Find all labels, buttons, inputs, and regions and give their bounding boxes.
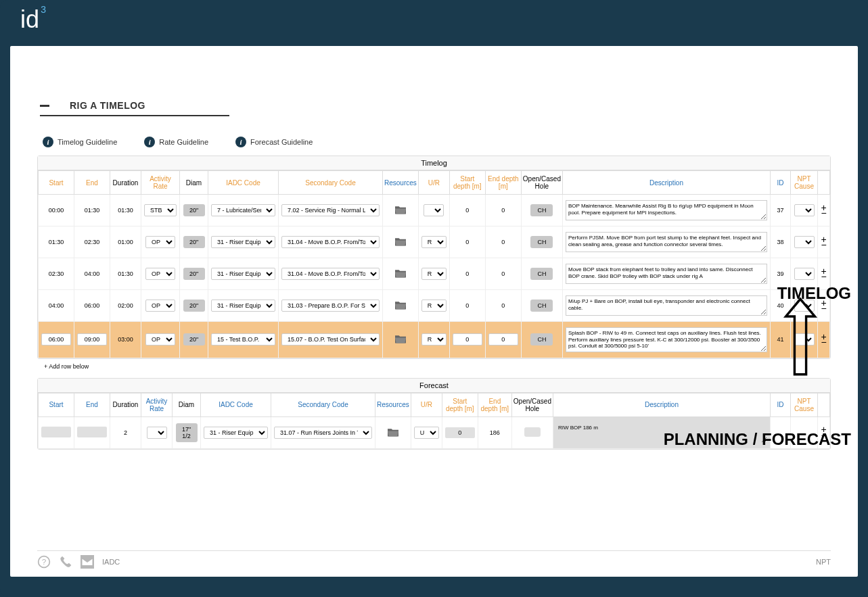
fc-iadc-select[interactable]: 31 - Riser Equipment Run ar xyxy=(204,427,268,439)
dur-value: 02:00 xyxy=(110,290,141,322)
phone-icon[interactable] xyxy=(59,555,72,569)
col-secondary: Secondary Code xyxy=(279,171,383,195)
iadc-select[interactable]: 31 - Riser Equipment Run ar xyxy=(211,236,275,248)
rate-select[interactable]: OP xyxy=(145,236,175,248)
fc-col-iadc: IADC Code xyxy=(201,393,271,416)
desc-textarea[interactable]: M/up PJ + Bare on BOP, install bull eye,… xyxy=(566,295,767,316)
npt-select[interactable] xyxy=(794,333,815,345)
footer-iadc[interactable]: IADC xyxy=(102,558,120,566)
diam-button[interactable]: 20" xyxy=(183,333,205,345)
timelog-guideline-link[interactable]: iTimelog Guideline xyxy=(43,137,117,147)
add-remove-icons[interactable]: +− xyxy=(821,300,827,312)
ur-select[interactable]: R xyxy=(421,268,447,280)
desc-textarea[interactable]: Perform PJSM. Move BOP from port test st… xyxy=(566,232,767,252)
fc-ur-select[interactable]: U xyxy=(414,427,439,439)
add-remove-icons[interactable]: +− xyxy=(821,237,827,248)
ch-button[interactable]: CH xyxy=(530,268,553,280)
ch-button[interactable]: CH xyxy=(530,236,553,248)
footer-npt[interactable]: NPT xyxy=(816,558,831,566)
forecast-guideline-link[interactable]: iForecast Guideline xyxy=(235,137,313,147)
folder-icon[interactable] xyxy=(394,300,407,310)
diam-button[interactable]: 20" xyxy=(183,300,205,312)
ed-input[interactable] xyxy=(488,333,518,345)
fc-sd-input[interactable] xyxy=(445,427,475,438)
add-remove-icons[interactable]: +− xyxy=(821,334,827,345)
iadc-select[interactable]: 31 - Riser Equipment Run ar xyxy=(211,300,275,312)
col-start: Start xyxy=(39,171,74,195)
info-icon: i xyxy=(235,137,246,147)
ch-button[interactable]: CH xyxy=(530,300,553,312)
fc-ch xyxy=(524,427,541,437)
start-value: 04:00 xyxy=(49,302,64,309)
fc-col-rate: Activity Rate xyxy=(141,393,173,416)
folder-icon[interactable] xyxy=(394,268,407,279)
start-input[interactable] xyxy=(41,333,71,345)
sec-select[interactable]: 7.02 - Service Rig - Normal Lubrication … xyxy=(281,204,380,216)
sec-select[interactable]: 31.04 - Move B.O.P. From/To Test Stump T… xyxy=(281,268,380,280)
folder-icon[interactable] xyxy=(394,236,407,247)
svg-text:?: ? xyxy=(42,557,47,566)
diam-button[interactable]: 20" xyxy=(183,236,205,248)
iadc-select[interactable]: 15 - Test B.O.P. xyxy=(211,333,275,345)
rate-select[interactable]: OP xyxy=(145,268,175,280)
table-row[interactable]: 04:0006:0002:00OP20"31 - Riser Equipment… xyxy=(39,290,830,322)
rate-select[interactable]: OP xyxy=(145,333,175,345)
fc-diam-button[interactable]: 17" 1/2 xyxy=(176,423,198,442)
end-input[interactable] xyxy=(77,333,107,345)
desc-textarea[interactable]: Splash BOP - RIW to 49 m. Connect test c… xyxy=(566,327,767,352)
section-heading: RIG A TIMELOG xyxy=(40,100,229,116)
rate-select[interactable]: OP xyxy=(145,300,175,312)
desc-textarea[interactable]: BOP Maintenance. Meanwhile Assist Rig B … xyxy=(566,200,767,220)
forecast-table-wrap: Forecast Start End Duration Activity Rat… xyxy=(37,378,831,450)
sd-input[interactable] xyxy=(453,333,482,345)
id-value: 39 xyxy=(771,258,791,290)
desc-textarea[interactable]: Move BOP stack from elephant feet to tro… xyxy=(566,264,767,284)
add-remove-icons[interactable]: +− xyxy=(821,427,827,438)
dur-value: 01:30 xyxy=(110,258,141,290)
table-row[interactable]: 03:00OP20"15 - Test B.O.P.15.07 - B.O.P.… xyxy=(39,322,830,358)
fc-col-sec: Secondary Code xyxy=(271,393,375,416)
mail-icon[interactable] xyxy=(81,555,94,569)
fc-rate-select[interactable] xyxy=(147,427,167,439)
add-remove-icons[interactable]: +− xyxy=(821,268,827,280)
table-row[interactable]: 02:3004:0001:30OP20"31 - Riser Equipment… xyxy=(39,258,830,290)
fc-sec-select[interactable]: 31.07 - Run Risers Joints In The Water xyxy=(274,427,372,439)
sec-select[interactable]: 31.03 - Prepare B.O.P. For Splashing xyxy=(281,300,380,312)
table-row[interactable]: 00:0001:3001:30STB20"7 - Lubricate/Servi… xyxy=(39,195,830,226)
table-row[interactable]: 01:3002:3001:00OP20"31 - Riser Equipment… xyxy=(39,226,830,258)
col-id: ID xyxy=(771,171,791,195)
folder-icon[interactable] xyxy=(394,204,407,215)
rate-select[interactable]: STB xyxy=(144,204,177,216)
add-remove-icons[interactable]: +− xyxy=(821,205,827,216)
npt-select[interactable] xyxy=(794,204,815,216)
collapse-icon[interactable] xyxy=(40,105,49,107)
iadc-select[interactable]: 31 - Riser Equipment Run ar xyxy=(211,268,275,280)
section-title: RIG A TIMELOG xyxy=(70,100,145,111)
diam-button[interactable]: 20" xyxy=(183,204,205,216)
folder-icon[interactable] xyxy=(394,333,407,344)
timelog-table: Start End Duration Activity Rate Diam IA… xyxy=(38,170,830,358)
ur-select[interactable]: R xyxy=(421,236,447,248)
sec-select[interactable]: 15.07 - B.O.P. Test On Surface xyxy=(281,333,380,345)
ur-select[interactable]: R xyxy=(421,333,447,345)
col-resources: Resources xyxy=(383,171,419,195)
ur-select[interactable] xyxy=(424,204,444,216)
rate-guideline-link[interactable]: iRate Guideline xyxy=(144,137,208,147)
diam-button[interactable]: 20" xyxy=(183,268,205,280)
sec-select[interactable]: 31.04 - Move B.O.P. From/To Test Stump T… xyxy=(281,236,380,248)
add-row-button[interactable]: + Add row below xyxy=(44,363,831,370)
col-och: Open/Cased Hole xyxy=(521,171,562,195)
npt-select[interactable] xyxy=(794,300,815,312)
id-value: 37 xyxy=(771,195,791,226)
npt-select[interactable] xyxy=(794,268,815,280)
ch-button[interactable]: CH xyxy=(530,204,553,216)
col-npt: NPT Cause xyxy=(791,171,818,195)
help-icon[interactable]: ? xyxy=(37,555,51,569)
col-desc: Description xyxy=(562,171,770,195)
iadc-select[interactable]: 7 - Lubricate/Service/Maint R xyxy=(211,204,275,216)
ur-select[interactable]: R xyxy=(421,300,447,312)
folder-icon[interactable] xyxy=(386,427,400,437)
dur-value: 01:30 xyxy=(110,195,141,226)
ch-button[interactable]: CH xyxy=(530,333,553,345)
npt-select[interactable] xyxy=(794,236,815,248)
